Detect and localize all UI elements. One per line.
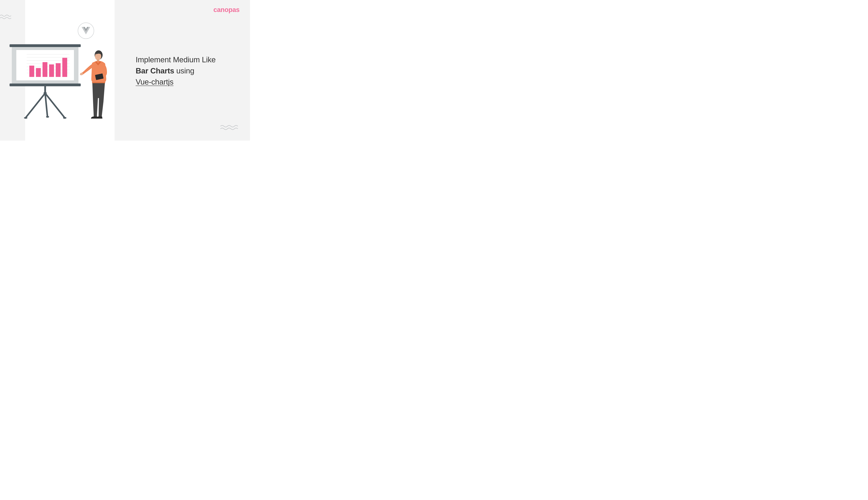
svg-line-2 — [26, 93, 45, 117]
svg-line-3 — [45, 93, 64, 117]
brand-logo: canopas — [213, 6, 240, 13]
headline-line-3: Vue-chartjs — [136, 76, 216, 88]
vue-badge — [78, 23, 94, 39]
headline: Implement Medium Like Bar Charts using V… — [136, 54, 216, 87]
headline-line-1: Implement Medium Like — [136, 54, 216, 65]
bar-group — [29, 58, 67, 77]
headline-rest: using — [174, 67, 194, 75]
chart-bar — [62, 58, 67, 77]
vue-icon — [82, 27, 90, 35]
chart-area — [16, 50, 74, 80]
headline-line-2: Bar Charts using — [136, 65, 216, 76]
headline-bold: Bar Charts — [136, 67, 174, 75]
presentation-easel — [10, 44, 81, 119]
chart-bar — [49, 65, 54, 77]
chart-bar — [36, 68, 41, 77]
board-bottom-bar — [10, 83, 81, 86]
chart-bar — [43, 62, 47, 77]
wave-decoration-icon — [0, 14, 12, 20]
hero-illustration — [9, 22, 106, 119]
svg-point-7 — [46, 116, 49, 118]
svg-rect-0 — [44, 86, 46, 92]
board-body — [12, 47, 79, 83]
board-top-bar — [10, 44, 81, 47]
right-panel: canopas Implement Medium Like Bar Charts… — [115, 0, 250, 141]
svg-point-5 — [24, 117, 27, 119]
presenter-person — [80, 49, 114, 119]
svg-rect-14 — [92, 82, 105, 83]
easel-legs — [10, 86, 81, 119]
chart-bar — [56, 63, 60, 77]
chart-bar — [29, 66, 34, 77]
left-panel — [0, 0, 115, 141]
wave-decoration-icon — [220, 125, 239, 130]
svg-point-6 — [63, 117, 67, 119]
